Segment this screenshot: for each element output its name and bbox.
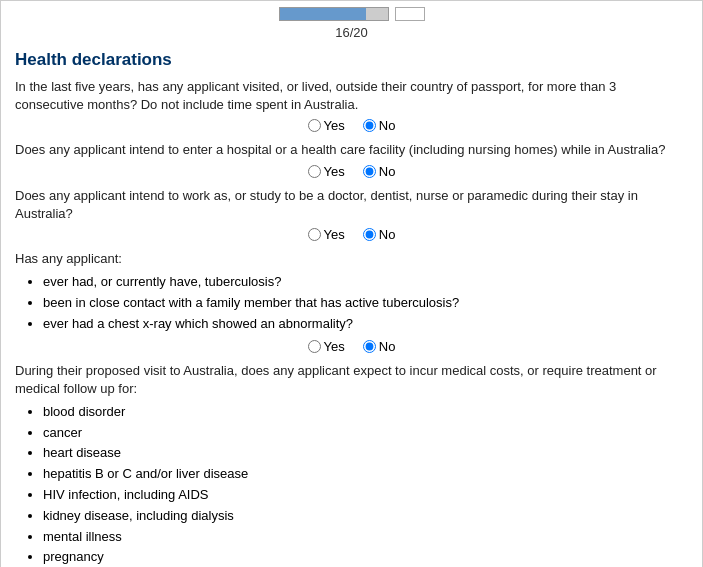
question-5-bullets: blood disorder cancer heart disease hepa…: [43, 402, 688, 567]
bullet-5-7: mental illness: [43, 527, 688, 548]
question-4: Has any applicant: ever had, or currentl…: [15, 250, 688, 354]
progress-bar-outer: [279, 7, 389, 21]
bullet-4-1: ever had, or currently have, tuberculosi…: [43, 272, 688, 293]
bullet-5-4: hepatitis B or C and/or liver disease: [43, 464, 688, 485]
content-area: Health declarations In the last five yea…: [1, 44, 702, 567]
progress-bar-inner: [280, 8, 366, 20]
page-container: 16/20 Health declarations In the last fi…: [0, 0, 703, 567]
progress-bar-empty: [395, 7, 425, 21]
progress-row: [1, 1, 702, 25]
bullet-5-3: heart disease: [43, 443, 688, 464]
question-4-no-label[interactable]: No: [363, 339, 396, 354]
question-1-no-radio[interactable]: [363, 119, 376, 132]
bullet-5-1: blood disorder: [43, 402, 688, 423]
question-1-yes-radio[interactable]: [308, 119, 321, 132]
question-3-yes-label[interactable]: Yes: [308, 227, 345, 242]
question-2-yes-label[interactable]: Yes: [308, 164, 345, 179]
bullet-5-8: pregnancy: [43, 547, 688, 567]
question-4-yes-radio[interactable]: [308, 340, 321, 353]
bullet-5-5: HIV infection, including AIDS: [43, 485, 688, 506]
page-counter: 16/20: [1, 25, 702, 44]
question-4-bullets: ever had, or currently have, tuberculosi…: [43, 272, 688, 334]
question-5: During their proposed visit to Australia…: [15, 362, 688, 567]
question-1-no-label[interactable]: No: [363, 118, 396, 133]
bullet-5-6: kidney disease, including dialysis: [43, 506, 688, 527]
question-1-text: In the last five years, has any applican…: [15, 78, 688, 114]
question-3-text: Does any applicant intend to work as, or…: [15, 187, 688, 223]
question-2-text: Does any applicant intend to enter a hos…: [15, 141, 688, 159]
question-3-no-radio[interactable]: [363, 228, 376, 241]
question-4-no-radio[interactable]: [363, 340, 376, 353]
question-1-yes-label[interactable]: Yes: [308, 118, 345, 133]
bullet-5-2: cancer: [43, 423, 688, 444]
question-2-no-radio[interactable]: [363, 165, 376, 178]
bullet-4-3: ever had a chest x-ray which showed an a…: [43, 314, 688, 335]
question-3-no-label[interactable]: No: [363, 227, 396, 242]
question-2: Does any applicant intend to enter a hos…: [15, 141, 688, 178]
question-5-text: During their proposed visit to Australia…: [15, 362, 688, 398]
question-2-no-label[interactable]: No: [363, 164, 396, 179]
question-4-radio-row: Yes No: [15, 339, 688, 354]
bullet-4-2: been in close contact with a family memb…: [43, 293, 688, 314]
question-3-yes-radio[interactable]: [308, 228, 321, 241]
question-3: Does any applicant intend to work as, or…: [15, 187, 688, 242]
section-title: Health declarations: [15, 50, 688, 70]
question-1: In the last five years, has any applican…: [15, 78, 688, 133]
question-4-yes-label[interactable]: Yes: [308, 339, 345, 354]
question-1-radio-row: Yes No: [15, 118, 688, 133]
question-4-text: Has any applicant:: [15, 250, 688, 268]
question-3-radio-row: Yes No: [15, 227, 688, 242]
question-2-yes-radio[interactable]: [308, 165, 321, 178]
question-2-radio-row: Yes No: [15, 164, 688, 179]
